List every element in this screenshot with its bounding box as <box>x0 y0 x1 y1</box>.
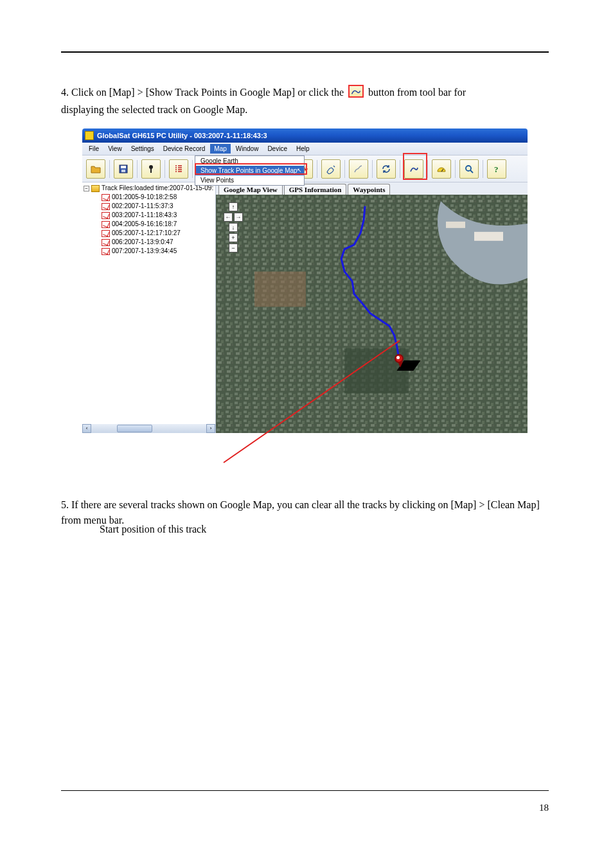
route-button[interactable] <box>349 159 368 179</box>
tree-item[interactable]: 006:2007-1-13:9:0:47 <box>84 238 214 247</box>
tree-item[interactable]: 001:2005-9-10:18:2:58 <box>84 193 214 202</box>
instruction4-suffix: button from tool bar for <box>368 87 466 98</box>
instruction-step4: 4. Click on [Map] > [Show Track Points i… <box>61 85 549 100</box>
start-position-marker[interactable] <box>395 354 404 363</box>
open-button[interactable] <box>86 159 105 179</box>
pan-right-button[interactable]: → <box>234 213 243 222</box>
screenshot: GlobalSat GH615 PC Utility - 003:2007-1-… <box>82 128 528 433</box>
folder-icon <box>91 185 100 192</box>
scroll-left-icon[interactable]: ‹ <box>82 424 91 433</box>
pan-up-button[interactable]: ↑ <box>229 202 238 211</box>
svg-text:?: ? <box>494 164 499 174</box>
track-file-icon <box>102 248 110 255</box>
svg-rect-4 <box>150 168 152 173</box>
app-icon <box>85 131 94 140</box>
menu-item-view-points[interactable]: View Points <box>195 175 304 185</box>
clean-map-button[interactable] <box>321 159 341 179</box>
menu-window[interactable]: Window <box>232 144 263 154</box>
save-button[interactable] <box>114 159 133 179</box>
instruction4-line2: displaying the selected track on Google … <box>61 102 549 117</box>
menu-item-google-earth[interactable]: Google Earth <box>195 156 304 166</box>
toolbar: ? Google Earth Show Track Points in Goog… <box>82 155 528 182</box>
search-button[interactable] <box>459 159 479 179</box>
tree-item[interactable]: 005:2007-1-12:17:10:27 <box>84 229 214 238</box>
pan-left-button[interactable]: ← <box>224 213 233 222</box>
menu-map[interactable]: Map <box>210 144 230 154</box>
track-tree-panel[interactable]: − Track Files:loaded time:2007-01-15-09:… <box>82 182 216 433</box>
zoom-out-button[interactable]: − <box>229 244 238 252</box>
track-file-icon <box>102 203 110 210</box>
tree-scrollbar-horizontal[interactable]: ‹ › <box>82 424 215 433</box>
scroll-thumb[interactable] <box>117 425 152 432</box>
tree-item[interactable]: 004:2005-9-16:16:18:7 <box>84 220 214 229</box>
page-number: 18 <box>539 802 549 813</box>
pan-down-button[interactable]: ↓ <box>229 223 238 232</box>
collapse-icon[interactable]: − <box>84 186 89 191</box>
show-track-inline-icon <box>348 85 364 98</box>
instruction-step5: 5. If there are several tracks shown on … <box>61 497 549 527</box>
list-button[interactable] <box>169 159 188 179</box>
map-menu-dropdown[interactable]: Google Earth Show Track Points in Google… <box>195 155 305 186</box>
callout-label: Start position of this track <box>100 524 206 535</box>
map-nav-controls[interactable]: ↑ ←→ ↓ + − <box>224 202 243 252</box>
menubar[interactable]: File View Settings Device Record Map Win… <box>82 143 528 155</box>
sync-button[interactable] <box>377 159 396 179</box>
cursor-icon: ↖ <box>297 167 302 173</box>
right-panel: Google Map View GPS Information Waypoint… <box>216 182 528 433</box>
track-file-icon <box>102 194 110 201</box>
menu-file[interactable]: File <box>85 144 103 154</box>
window-title: GlobalSat GH615 PC Utility - 003:2007-1-… <box>97 132 267 139</box>
titlebar: GlobalSat GH615 PC Utility - 003:2007-1-… <box>82 128 528 143</box>
track-file-icon <box>102 212 110 219</box>
menu-device-record[interactable]: Device Record <box>159 144 209 154</box>
track-file-icon <box>102 230 110 237</box>
speed-button[interactable] <box>432 159 451 179</box>
google-map-view[interactable]: ↑ ←→ ↓ + − <box>216 195 528 433</box>
menu-device[interactable]: Device <box>263 144 291 154</box>
menu-settings[interactable]: Settings <box>127 144 158 154</box>
help-button[interactable]: ? <box>487 159 506 179</box>
tree-item[interactable]: 003:2007-1-11:18:43:3 <box>84 211 214 220</box>
footer-rule <box>61 790 549 791</box>
tree-item[interactable]: 007:2007-1-13:9:34:45 <box>84 247 214 256</box>
menu-help[interactable]: Help <box>292 144 314 154</box>
header-rule <box>61 51 549 53</box>
track-file-icon <box>102 221 110 228</box>
svg-point-5 <box>466 166 471 171</box>
waypoint-button[interactable] <box>141 159 161 179</box>
show-track-button[interactable] <box>404 159 423 179</box>
scroll-right-icon[interactable]: › <box>206 424 215 433</box>
tree-item[interactable]: 002:2007-1-11:5:37:3 <box>84 202 214 211</box>
tab-waypoints[interactable]: Waypoints <box>348 184 390 195</box>
gps-track-polyline <box>216 195 528 433</box>
menu-view[interactable]: View <box>104 144 126 154</box>
menu-item-show-track-google-map[interactable]: Show Track Points in Google Map ↖ <box>195 166 304 175</box>
instruction4-prefix: 4. Click on [Map] > [Show Track Points i… <box>61 87 344 98</box>
svg-rect-2 <box>121 170 125 172</box>
track-file-icon <box>102 239 110 246</box>
zoom-in-button[interactable]: + <box>229 233 238 242</box>
svg-rect-1 <box>121 166 126 168</box>
